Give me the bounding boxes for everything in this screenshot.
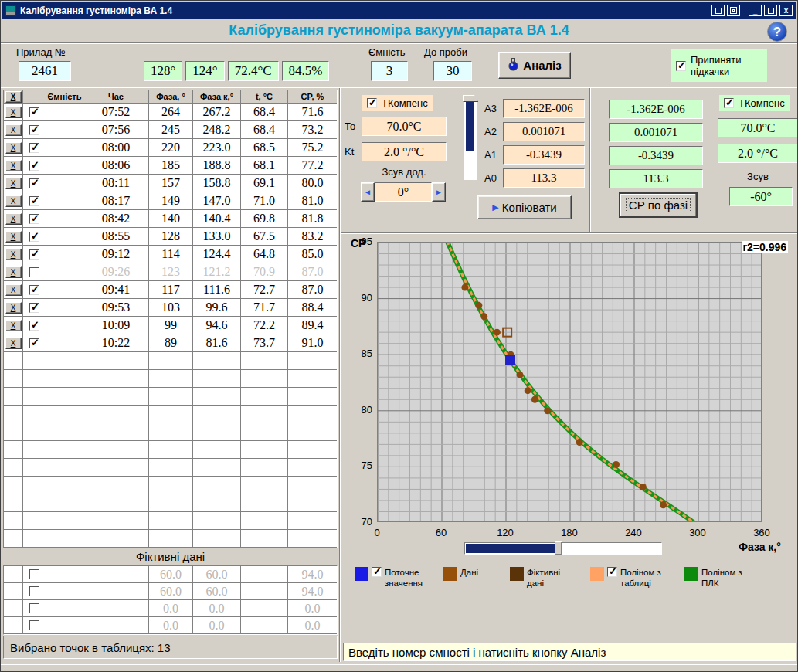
legend-item: Поліном з ПЛК: [684, 567, 752, 589]
kt-field[interactable]: 2.0 °/°C: [362, 142, 447, 161]
delete-row-button[interactable]: X: [5, 302, 22, 314]
legend-item: Дані: [443, 567, 510, 589]
to-sample-field[interactable]: 30: [433, 61, 472, 81]
row-checkbox[interactable]: [29, 161, 39, 171]
window-extra2-icon[interactable]: [727, 5, 740, 16]
plc-a1-field: -0.3439: [609, 146, 703, 165]
delete-row-button[interactable]: X: [5, 231, 22, 243]
legend-checkbox[interactable]: [372, 567, 382, 577]
maximize-icon[interactable]: [764, 5, 777, 16]
a0-field[interactable]: 113.3: [503, 168, 585, 188]
empty-row: [4, 530, 337, 548]
tcompens-checkbox-mid[interactable]: [367, 98, 377, 108]
row-checkbox[interactable]: [29, 125, 39, 135]
x-tick-label: 300: [682, 527, 713, 538]
fictive-checkbox[interactable]: [29, 586, 39, 596]
row-checkbox[interactable]: [29, 303, 39, 313]
tcompens-panel-mid: ТКомпенс: [362, 95, 433, 111]
device-number-field[interactable]: 2461: [19, 61, 71, 81]
fictive-checkbox[interactable]: [29, 603, 39, 613]
a3-field[interactable]: -1.362E-006: [503, 99, 585, 118]
table-row: X10:228981.673.791.0: [4, 334, 337, 352]
delete-all-button[interactable]: X: [5, 91, 22, 103]
x-tick-label: 240: [618, 527, 649, 538]
plc-a0-field: 113.3: [609, 169, 703, 188]
delete-row-button[interactable]: X: [5, 124, 22, 136]
fictive-checkbox[interactable]: [29, 620, 39, 630]
row-checkbox[interactable]: [29, 338, 39, 348]
window-title: Калібрування густиноміра ВА 1.4: [20, 5, 709, 16]
empty-row: [4, 512, 337, 530]
row-checkbox[interactable]: [29, 285, 39, 295]
stop-pumping-checkbox[interactable]: [676, 61, 686, 71]
row-checkbox[interactable]: [29, 321, 39, 331]
minimize-icon[interactable]: _: [749, 5, 762, 16]
delete-row-button[interactable]: X: [5, 160, 22, 171]
delete-row-button[interactable]: X: [5, 178, 22, 189]
stop-pumping-panel: Припиняти підкачки: [671, 49, 767, 82]
chart-legend: Поточне значенняДаніФіктивні даніПоліном…: [343, 567, 797, 589]
spin-left-icon[interactable]: ◄: [361, 182, 375, 202]
a1-field[interactable]: -0.3439: [503, 145, 585, 165]
table-row: X09:41117111.672.787.0: [4, 281, 337, 299]
a2-label: A2: [484, 126, 497, 137]
delete-row-button[interactable]: X: [5, 284, 22, 296]
delete-row-button[interactable]: X: [5, 249, 22, 260]
table-row: X08:06185188.868.177.2: [4, 157, 337, 175]
tcompens-panel-right: ТКомпенс: [719, 95, 790, 111]
legend-swatch: [510, 567, 524, 581]
row-checkbox[interactable]: [29, 249, 39, 260]
legend-swatch: [355, 567, 368, 581]
fictive-row: 60.060.094.0: [4, 566, 337, 583]
table-row: X07:56245248.268.473.2: [4, 121, 337, 139]
empty-row: [4, 406, 337, 423]
empty-row: [4, 388, 337, 406]
temperature-readout: 72.4°C: [228, 61, 279, 81]
close-icon[interactable]: x: [779, 5, 793, 16]
plc-a2-field: 0.001071: [609, 123, 703, 142]
delete-row-button[interactable]: X: [5, 338, 22, 349]
phase-k-readout: 124°: [185, 61, 224, 81]
vertical-slider[interactable]: [464, 99, 477, 180]
copy-button[interactable]: ▶ Копіювати: [477, 195, 572, 219]
chart-plot[interactable]: [377, 242, 762, 522]
fictive-checkbox[interactable]: [29, 569, 39, 579]
row-checkbox[interactable]: [29, 178, 39, 188]
empty-row: [4, 494, 337, 512]
delete-row-button[interactable]: X: [5, 320, 22, 331]
readout-group: 128° 124° 72.4°C 84.5%: [144, 61, 329, 81]
x-tick-label: 60: [426, 527, 457, 538]
capacity-field[interactable]: 3: [371, 61, 408, 81]
row-checkbox[interactable]: [29, 232, 39, 242]
help-button[interactable]: ?: [767, 22, 787, 42]
shift-add-field[interactable]: 0°: [375, 182, 432, 202]
spin-right-icon[interactable]: ►: [432, 182, 446, 202]
slider-thumb[interactable]: [463, 95, 478, 102]
row-checkbox[interactable]: [29, 196, 39, 206]
phase-scrollbar[interactable]: [464, 542, 662, 555]
delete-row-button[interactable]: X: [5, 195, 22, 207]
x-tick-label: 0: [362, 527, 392, 538]
legend-label: Поліном з ПЛК: [701, 567, 752, 589]
row-checkbox[interactable]: [29, 214, 39, 224]
row-checkbox[interactable]: [29, 143, 39, 153]
delete-row-button[interactable]: X: [5, 213, 22, 225]
row-checkbox[interactable]: [29, 107, 39, 117]
a0-label: A0: [484, 172, 497, 184]
play-icon: ▶: [492, 202, 498, 212]
hint-status: Введіть номер ємності і натисніть кнопку…: [343, 643, 796, 661]
delete-row-button[interactable]: X: [5, 266, 22, 278]
delete-row-button[interactable]: X: [5, 142, 22, 154]
window-extra1-icon[interactable]: [711, 5, 725, 16]
tcompens-checkbox-right[interactable]: [724, 98, 734, 108]
analyze-button[interactable]: Аналіз: [498, 52, 571, 79]
scrollbar-thumb[interactable]: [555, 541, 562, 555]
to-field[interactable]: 70.0°C: [362, 117, 447, 136]
delete-row-button[interactable]: X: [5, 107, 22, 118]
x-tick-label: 180: [554, 527, 585, 538]
cp-by-phase-button[interactable]: СР по фазі: [619, 192, 698, 218]
legend-checkbox[interactable]: [607, 567, 617, 577]
a2-field[interactable]: 0.001071: [503, 122, 585, 141]
row-checkbox[interactable]: [29, 267, 39, 277]
flask-icon: [508, 57, 519, 73]
